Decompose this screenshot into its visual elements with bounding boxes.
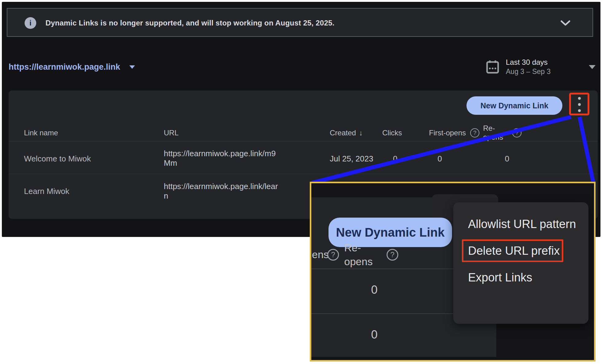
col-header-created[interactable]: Created↓ [330, 129, 363, 137]
clicks-cell: 0 [393, 154, 397, 164]
calendar-icon [486, 60, 499, 74]
date-range-dates: Aug 3 – Sep 3 [506, 67, 551, 76]
info-icon: i [25, 17, 36, 29]
re-opens-cell: 0 [371, 283, 377, 296]
menu-item-export-links[interactable]: Export Links [453, 268, 588, 287]
overflow-menu-popup: Allowlist URL pattern Delete URL prefix … [453, 202, 588, 324]
link-url-cell: https://learnmiwok.page.link/m9Mm [164, 149, 276, 168]
new-dynamic-link-button[interactable]: New Dynamic Link [466, 96, 562, 115]
first-opens-cell: 0 [438, 154, 442, 164]
re-opens-cell: 0 [505, 154, 509, 164]
banner-message: Dynamic Links is no longer supported, an… [45, 9, 334, 37]
overflow-menu-button[interactable] [573, 96, 586, 113]
link-url-cell: https://learnmiwok.page.link/learn [164, 182, 278, 201]
deprecation-banner: i Dynamic Links is no longer supported, … [7, 8, 593, 37]
dot-icon [578, 103, 581, 106]
created-cell: Jul 25, 2023 [330, 154, 373, 164]
date-range-picker[interactable]: Last 30 days Aug 3 – Sep 3 [486, 58, 596, 76]
help-icon[interactable]: ? [512, 128, 521, 137]
screenshot-root: i Dynamic Links is no longer supported, … [0, 0, 606, 364]
col-header-re-opens: Re-opens [344, 241, 381, 269]
dot-icon [578, 109, 581, 112]
re-opens-cell: 0 [371, 328, 377, 341]
col-header-re-opens: Re-opens [483, 124, 511, 141]
dot-icon [578, 97, 581, 100]
help-icon[interactable]: ? [470, 128, 479, 137]
col-header-first-opens: First-opens [429, 129, 466, 137]
url-prefix-label: https://learnmiwok.page.link [9, 62, 120, 72]
date-range-preset: Last 30 days [506, 58, 551, 67]
menu-item-delete-url-prefix[interactable]: Delete URL prefix [453, 241, 588, 260]
col-header-clicks: Clicks [382, 129, 402, 137]
row-divider [9, 141, 598, 141]
link-name-cell: Welcome to Miwok [24, 154, 91, 164]
zoom-callout: New Dynamic Link ens ? Re-opens ? 0 0 Al… [310, 182, 596, 362]
row-divider [9, 174, 598, 174]
dropdown-caret-icon [589, 65, 596, 69]
menu-item-allowlist-url-pattern[interactable]: Allowlist URL pattern [453, 215, 588, 234]
chevron-down-icon[interactable] [561, 20, 570, 26]
col-header-url: URL [164, 129, 179, 137]
dropdown-caret-icon [129, 65, 135, 69]
sort-descending-icon: ↓ [359, 129, 363, 137]
help-icon: ? [387, 249, 398, 261]
col-header-first-opens-fragment: ens [312, 249, 329, 261]
link-name-cell: Learn Miwok [24, 187, 69, 196]
col-header-link-name: Link name [24, 129, 58, 137]
help-icon: ? [327, 249, 339, 261]
url-prefix-selector[interactable]: https://learnmiwok.page.link [9, 60, 135, 74]
